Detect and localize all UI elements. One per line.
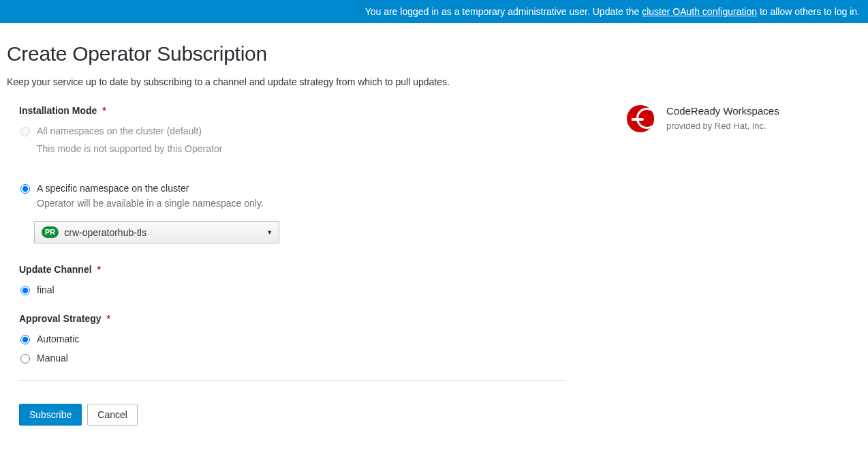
operator-name: CodeReady Workspaces [666,105,779,117]
required-indicator: * [97,264,100,275]
chevron-down-icon: ▾ [268,228,272,237]
approval-manual-label[interactable]: Manual [37,353,68,364]
approval-automatic-label[interactable]: Automatic [37,334,79,344]
approval-automatic-radio[interactable] [20,335,30,344]
install-mode-all-helper: This mode is not supported by this Opera… [37,143,565,154]
namespace-select-value: crw-operatorhub-tls [64,227,146,238]
operator-logo-icon [627,105,654,132]
cancel-button[interactable]: Cancel [87,404,138,426]
banner-prefix: You are logged in as a temporary adminis… [365,6,642,17]
approval-strategy-label: Approval Strategy * [19,313,565,324]
namespace-badge: PR [42,226,59,238]
install-mode-specific-helper: Operator will be available in a single n… [37,198,565,209]
banner-suffix: to allow others to log in. [760,6,860,17]
admin-login-banner: You are logged in as a temporary adminis… [0,0,868,23]
namespace-select[interactable]: PR crw-operatorhub-tls ▾ [34,221,279,243]
form-divider [19,380,565,381]
operator-provider: provided by Red Hat, Inc. [666,121,779,131]
oauth-config-link[interactable]: cluster OAuth configuration [642,6,757,17]
page-title: Create Operator Subscription [7,42,861,65]
page-description: Keep your service up to date by subscrib… [7,76,861,87]
required-indicator: * [102,105,106,116]
install-mode-specific-label[interactable]: A specific namespace on the cluster [37,183,189,194]
install-mode-all-radio [20,127,30,136]
install-mode-specific-radio[interactable] [20,184,30,194]
install-mode-all-label: All namespaces on the cluster (default) [37,125,202,136]
subscribe-button[interactable]: Subscribe [19,404,82,426]
update-channel-final-label[interactable]: final [37,284,55,295]
installation-mode-label: Installation Mode * [19,105,565,116]
required-indicator: * [106,313,110,324]
update-channel-label: Update Channel * [19,264,565,275]
approval-manual-radio[interactable] [20,354,30,364]
update-channel-final-radio[interactable] [20,286,30,295]
